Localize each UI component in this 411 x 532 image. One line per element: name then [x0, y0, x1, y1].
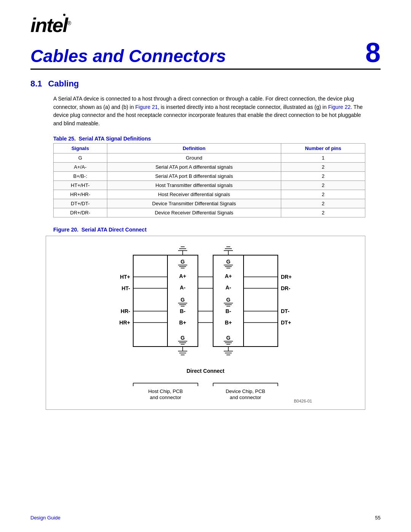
svg-text:A+: A+ [179, 273, 186, 279]
table-cell-3-2: 2 [281, 181, 365, 190]
svg-text:DT-: DT- [281, 308, 290, 314]
table-row: B+/B-:Serial ATA port B differential sig… [54, 171, 365, 181]
table-cell-5-2: 2 [281, 199, 365, 208]
figure21-link[interactable]: Figure 21 [135, 104, 158, 110]
footer-left: Design Guide [30, 515, 61, 521]
table-cell-1-2: 2 [281, 162, 365, 171]
diagram-container: HT+ HT- HR- HR+ G [54, 244, 357, 403]
table-row: A+/A-Serial ATA port A differential sign… [54, 162, 365, 171]
svg-text:G: G [181, 297, 185, 303]
table-cell-4-0: HR+/HR- [54, 190, 107, 199]
svg-text:HR-: HR- [121, 308, 130, 314]
svg-text:Host Chip, PCB: Host Chip, PCB [148, 388, 183, 394]
footer-right: 55 [375, 515, 381, 521]
diagram-svg: HT+ HT- HR- HR+ G [54, 244, 357, 366]
table-cell-4-1: Host Receiver differential signals [107, 190, 281, 199]
page-footer: Design Guide 55 [30, 515, 381, 521]
svg-text:B-: B- [180, 308, 186, 314]
table-cell-2-1: Serial ATA port B differential signals [107, 171, 281, 181]
svg-text:B-: B- [226, 308, 231, 314]
figure-ref: B0426-01 [294, 399, 312, 403]
table-cell-5-0: DT+/DT- [54, 199, 107, 208]
intel-logo-text: intel® [30, 15, 381, 35]
section-number: 8.1 [30, 79, 42, 89]
figure22-link[interactable]: Figure 22 [328, 104, 350, 110]
table-cell-6-1: Device Receiver Differential Signals [107, 208, 281, 217]
table-label: Table 25. Serial ATA Signal Definitions [53, 136, 381, 142]
figure-number: Figure 20. [53, 227, 78, 233]
col-definition: Definition [107, 143, 281, 153]
svg-text:G: G [226, 335, 231, 341]
page: intel® Cables and Connectors 8 8.1 Cabli… [0, 0, 411, 532]
section-heading: 8.1 Cabling [30, 79, 381, 89]
table-cell-5-1: Device Transmitter Differential Signals [107, 199, 281, 208]
table-number: Table 25. [53, 136, 76, 142]
svg-text:B+: B+ [225, 320, 232, 326]
svg-text:G: G [181, 335, 185, 341]
svg-rect-0 [133, 255, 167, 347]
table-cell-2-2: 2 [281, 171, 365, 181]
svg-text:DT+: DT+ [281, 320, 291, 326]
svg-text:B+: B+ [179, 320, 186, 326]
chapter-header: Cables and Connectors 8 [30, 39, 381, 70]
chapter-title: Cables and Connectors [30, 46, 226, 66]
table-cell-4-2: 2 [281, 190, 365, 199]
svg-text:HT+: HT+ [120, 274, 130, 280]
section-title: Cabling [48, 79, 79, 89]
figure-label: Figure 20. Serial ATA Direct Connect [53, 227, 381, 233]
table-row: DR+/DR-Device Receiver Differential Sign… [54, 208, 365, 217]
table-cell-3-1: Host Transmitter differential signals [107, 181, 281, 190]
svg-text:Device Chip, PCB: Device Chip, PCB [226, 388, 265, 394]
table-cell-1-1: Serial ATA port A differential signals [107, 162, 281, 171]
diagram-caption: Direct Connect [186, 368, 225, 374]
svg-text:A+: A+ [225, 273, 232, 279]
chapter-number: 8 [365, 39, 381, 66]
table-cell-6-0: DR+/DR- [54, 208, 107, 217]
col-pins: Number of pins [281, 143, 365, 153]
svg-text:HR+: HR+ [119, 320, 130, 326]
svg-text:G: G [226, 297, 231, 303]
table-cell-3-0: HT+/HT- [54, 181, 107, 190]
svg-text:DR-: DR- [281, 285, 290, 291]
svg-text:and connector: and connector [150, 395, 182, 400]
table-cell-6-2: 2 [281, 208, 365, 217]
table-row: DT+/DT-Device Transmitter Differential S… [54, 199, 365, 208]
svg-text:A-: A- [180, 284, 186, 291]
table-cell-1-0: A+/A- [54, 162, 107, 171]
svg-text:G: G [181, 259, 185, 265]
svg-rect-43 [244, 255, 278, 347]
table-cell-0-1: Ground [107, 153, 281, 162]
diagram-bottom-area: Host Chip, PCB and connector Device Chip… [95, 379, 316, 403]
table-cell-0-2: 1 [281, 153, 365, 162]
table-title: Serial ATA Signal Definitions [79, 136, 151, 142]
table-row: HR+/HR-Host Receiver differential signal… [54, 190, 365, 199]
figure-title: Serial ATA Direct Connect [81, 227, 147, 233]
table-row: GGround1 [54, 153, 365, 162]
table-cell-2-0: B+/B-: [54, 171, 107, 181]
table-row: HT+/HT-Host Transmitter differential sig… [54, 181, 365, 190]
svg-text:HT-: HT- [121, 285, 130, 291]
svg-text:DR+: DR+ [281, 274, 292, 280]
body-paragraph: A Serial ATA device is connected to a ho… [53, 95, 365, 128]
table-cell-0-0: G [54, 153, 107, 162]
col-signals: Signals [54, 143, 107, 153]
signal-table: Signals Definition Number of pins GGroun… [53, 143, 365, 217]
svg-text:and connector: and connector [230, 395, 261, 400]
svg-text:A-: A- [226, 284, 231, 291]
figure-box: HT+ HT- HR- HR+ G [46, 236, 365, 410]
svg-text:G: G [226, 259, 231, 265]
intel-logo: intel® [30, 15, 381, 35]
